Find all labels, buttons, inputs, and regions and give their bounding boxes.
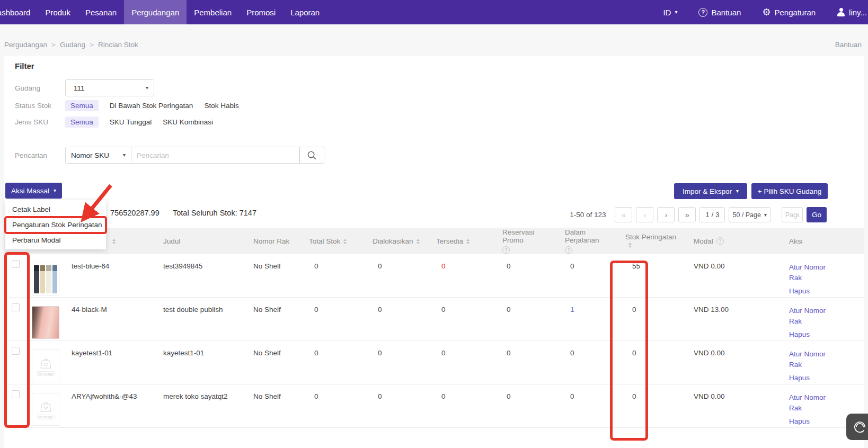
cell-dialokasikan: 0 bbox=[365, 298, 428, 341]
nav-item-dashboard[interactable]: Dashboard bbox=[0, 0, 38, 24]
row-checkbox[interactable] bbox=[12, 260, 20, 268]
header-total-stok: Total Stok bbox=[304, 237, 365, 245]
cell-total-stok: 0 bbox=[304, 384, 365, 427]
row-checkbox[interactable] bbox=[12, 347, 20, 355]
go-button[interactable]: Go bbox=[807, 207, 827, 222]
sort-icon[interactable] bbox=[112, 239, 116, 244]
table-row: No Image test-blue-64 test3949845 No She… bbox=[4, 254, 864, 298]
nav-item-pesanan[interactable]: Pesanan bbox=[78, 0, 124, 24]
row-checkbox[interactable] bbox=[12, 390, 20, 398]
cell-checkbox bbox=[4, 384, 28, 427]
header-modal: Modal? bbox=[680, 237, 775, 245]
cell-checkbox bbox=[4, 254, 28, 297]
bantuan-link[interactable]: Bantuan bbox=[835, 41, 862, 49]
cell-judul: merek toko sayatqt2 bbox=[155, 384, 245, 427]
cell-total-stok: 0 bbox=[304, 341, 365, 384]
help-icon[interactable]: ? bbox=[716, 237, 724, 245]
support-chat-button[interactable] bbox=[846, 414, 868, 440]
atur-nomor-rak-link[interactable]: Atur Nomor Rak bbox=[789, 349, 838, 370]
aksi-massal-button[interactable]: Aksi Massal ▾ bbox=[5, 183, 62, 199]
help-menu[interactable]: ? Bantuan bbox=[698, 8, 741, 17]
sort-icon[interactable] bbox=[417, 239, 420, 244]
header-reservasi-promo: Reservasi Promo? bbox=[492, 228, 555, 254]
aksi-massal-dropdown: Cetak Label Pengaturan Stok Peringatan P… bbox=[5, 200, 106, 249]
impor-ekspor-button[interactable]: Impor & Ekspor ▾ bbox=[674, 183, 747, 199]
navbar-right: ID ▾ ? Bantuan ⚙ Pengaturan liny... bbox=[663, 0, 867, 24]
cell-nomor-rak: No Shelf bbox=[245, 254, 304, 297]
nav-item-pergudangan[interactable]: Pergudangan bbox=[124, 0, 187, 24]
first-page-button[interactable]: « bbox=[615, 207, 632, 222]
cell-dalam-perjalanan: 0 bbox=[555, 384, 619, 427]
atur-nomor-rak-link[interactable]: Atur Nomor Rak bbox=[789, 262, 838, 283]
status-option-semua[interactable]: Semua bbox=[65, 100, 99, 111]
pilih-sku-gudang-button[interactable]: + Pilih SKU Gudang bbox=[751, 183, 828, 199]
no-image-placeholder: No Image bbox=[32, 393, 59, 425]
next-page-button[interactable]: › bbox=[657, 207, 675, 222]
nav-item-promosi[interactable]: Promosi bbox=[239, 0, 283, 24]
settings-menu[interactable]: ⚙ Pengaturan bbox=[762, 7, 816, 17]
breadcrumb-gudang[interactable]: Gudang bbox=[47, 41, 85, 49]
status-stok-label: Status Stok bbox=[15, 102, 65, 110]
chevron-down-icon: ▾ bbox=[675, 10, 677, 15]
jenis-option-sku-tunggal[interactable]: SKU Tunggal bbox=[110, 118, 152, 126]
help-label: Bantuan bbox=[711, 8, 741, 17]
hapus-link[interactable]: Hapus bbox=[789, 286, 838, 297]
gudang-select-value: 111 bbox=[74, 84, 85, 92]
pagination: 1-50 of 123 « ‹ › » 1 / 3 50 / Page ▾ Go bbox=[570, 207, 827, 222]
product-image: No Image bbox=[32, 306, 59, 339]
search-button[interactable] bbox=[299, 147, 324, 164]
jenis-option-sku-kombinasi[interactable]: SKU Kombinasi bbox=[163, 118, 213, 126]
bag-icon bbox=[39, 356, 53, 370]
header-tersedia: Tersedia bbox=[428, 237, 492, 245]
bag-icon bbox=[39, 399, 53, 414]
menu-item-perbarui-modal[interactable]: Perbarui Modal bbox=[5, 232, 106, 248]
cell-checkbox bbox=[4, 341, 28, 384]
breadcrumb-bar: Pergudangan Gudang Rincian Stok Bantuan bbox=[0, 24, 868, 56]
cell-image: No Image bbox=[28, 384, 68, 427]
cell-judul: test3949845 bbox=[155, 254, 245, 297]
hapus-link[interactable]: Hapus bbox=[789, 373, 838, 383]
pagination-range: 1-50 of 123 bbox=[570, 211, 606, 219]
help-icon: ? bbox=[698, 8, 707, 17]
atur-nomor-rak-link[interactable]: Atur Nomor Rak bbox=[789, 306, 838, 326]
language-selector[interactable]: ID ▾ bbox=[663, 8, 677, 17]
table-header: Judul Nomor Rak Total Stok Dialokasikan … bbox=[4, 228, 864, 254]
last-page-button[interactable]: » bbox=[678, 207, 696, 222]
cell-aksi: Atur Nomor Rak Hapus bbox=[775, 298, 864, 341]
gudang-label: Gudang bbox=[15, 84, 65, 92]
page-jump-input[interactable] bbox=[782, 207, 803, 222]
cell-dialokasikan: 0 bbox=[365, 254, 428, 297]
cell-stok-peringatan: 0 bbox=[619, 384, 680, 427]
status-option-stok-habis[interactable]: Stok Habis bbox=[204, 102, 238, 110]
nav-item-pembelian[interactable]: Pembelian bbox=[187, 0, 239, 24]
hapus-link[interactable]: Hapus bbox=[789, 416, 838, 427]
prev-page-button[interactable]: ‹ bbox=[636, 207, 653, 222]
search-input[interactable] bbox=[131, 147, 299, 164]
sort-icon[interactable] bbox=[628, 243, 632, 248]
stock-detail-page: Dashboard Produk Pesanan Pergudangan Pem… bbox=[0, 0, 868, 448]
language-value: ID bbox=[663, 8, 671, 17]
sort-icon[interactable] bbox=[343, 239, 347, 244]
gudang-select[interactable]: 111 ▾ bbox=[65, 79, 154, 96]
breadcrumb-pergudangan[interactable]: Pergudangan bbox=[4, 41, 47, 49]
row-checkbox[interactable] bbox=[12, 303, 20, 311]
status-option-di-bawah-stok-peringatan[interactable]: Di Bawah Stok Peringatan bbox=[110, 102, 193, 110]
hapus-link[interactable]: Hapus bbox=[789, 329, 838, 340]
cell-dalam-perjalanan: 0 bbox=[555, 254, 619, 297]
help-icon[interactable]: ? bbox=[565, 246, 572, 254]
nav-item-produk[interactable]: Produk bbox=[38, 0, 78, 24]
menu-item-cetak-label[interactable]: Cetak Label bbox=[5, 202, 106, 217]
cell-modal: VND 0.00 bbox=[680, 341, 775, 384]
atur-nomor-rak-link[interactable]: Atur Nomor Rak bbox=[789, 392, 838, 413]
help-icon[interactable]: ? bbox=[502, 246, 510, 254]
jenis-option-semua[interactable]: Semua bbox=[65, 117, 99, 128]
page-size-select[interactable]: 50 / Page ▾ bbox=[729, 207, 770, 222]
search-type-select[interactable]: Nomor SKU ▾ bbox=[65, 147, 131, 164]
user-menu[interactable]: liny... bbox=[837, 8, 867, 17]
cell-dalam-perjalanan: 0 bbox=[555, 341, 619, 384]
chevron-down-icon: ▾ bbox=[54, 188, 56, 193]
menu-item-pengaturan-stok-peringatan[interactable]: Pengaturan Stok Peringatan bbox=[5, 217, 106, 232]
impor-ekspor-label: Impor & Ekspor bbox=[683, 187, 732, 195]
sort-icon[interactable] bbox=[466, 239, 470, 244]
nav-item-laporan[interactable]: Laporan bbox=[283, 0, 327, 24]
